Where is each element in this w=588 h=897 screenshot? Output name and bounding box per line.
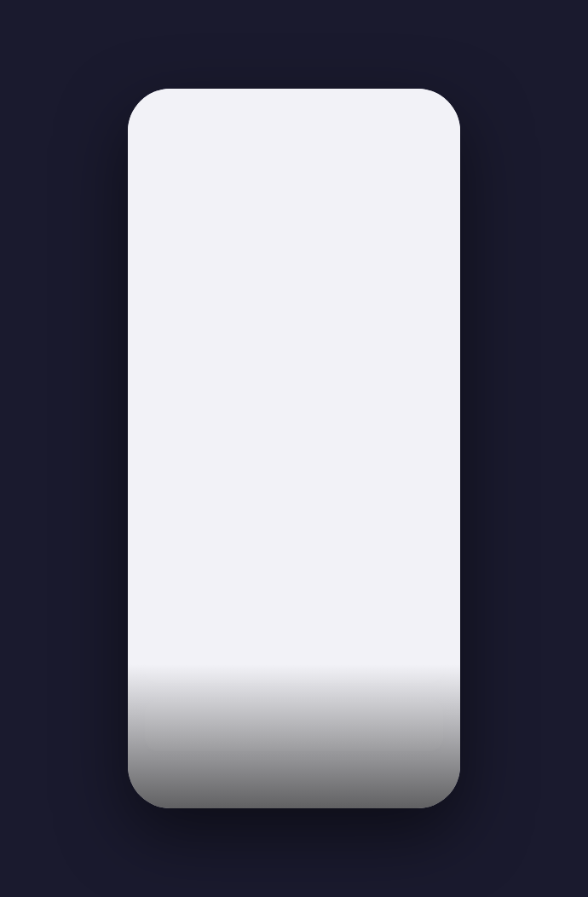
estimated-change: +8%	[387, 278, 409, 291]
news-date: Jul 7, 2022	[304, 653, 355, 665]
help-icon[interactable]: ?	[418, 240, 429, 254]
purchase-title: Use the right card	[235, 392, 359, 409]
purchase-section-title: Out making a purchase?	[145, 337, 383, 361]
news-image	[159, 565, 252, 651]
dot8	[428, 524, 432, 529]
dot7	[420, 524, 424, 529]
points-more-button[interactable]	[417, 189, 443, 200]
bookmark-icon[interactable]	[414, 646, 429, 669]
svg-point-8	[194, 425, 201, 432]
points-number: 401,852	[159, 256, 239, 282]
purchase-section: Out making a purchase?	[145, 337, 443, 487]
header-left: Hi, Marcus	[145, 114, 285, 159]
chevron-right-icon: ›	[421, 391, 426, 409]
points-section-title: Points net worth	[145, 182, 305, 206]
latest-more-button[interactable]	[417, 521, 443, 532]
latest-section: Latest	[145, 514, 443, 683]
purchase-description: See card suggestions for nearby places t…	[235, 416, 426, 470]
purchase-content: Use the right card › See card suggestion…	[235, 391, 426, 470]
news-content: How to plan a free stopover on your next…	[264, 565, 429, 669]
news-card[interactable]: How to plan a free stopover on your next…	[145, 552, 443, 683]
svg-rect-6	[170, 418, 181, 422]
svg-rect-24	[201, 599, 211, 605]
phone-frame: Hi, Marcus Points net worth	[128, 89, 460, 808]
svg-rect-19	[240, 578, 244, 583]
points-card-label: Points net worth	[159, 235, 274, 247]
latest-section-title: Latest	[145, 514, 205, 538]
purchase-section-header: Out making a purchase?	[145, 337, 443, 361]
bottom-hint-card	[145, 700, 443, 751]
notification-button[interactable]	[402, 116, 443, 157]
svg-rect-18	[235, 578, 239, 583]
svg-point-26	[187, 624, 195, 633]
points-cards-row: Points net worth 401,852 +12% Estimated …	[145, 220, 443, 310]
purchase-title-row: Use the right card ›	[235, 391, 426, 409]
header: Hi, Marcus	[145, 106, 443, 159]
notification-dot	[426, 123, 435, 131]
estimated-number: $6,678	[314, 268, 382, 294]
dot1	[420, 193, 424, 197]
svg-rect-23	[187, 599, 198, 605]
dot5	[428, 347, 432, 351]
svg-rect-15	[160, 591, 164, 596]
points-card[interactable]: Points net worth 401,852 +12%	[145, 220, 288, 310]
svg-point-27	[216, 624, 224, 633]
dot2	[428, 193, 432, 197]
svg-rect-5	[166, 408, 207, 414]
points-card-value: 401,852 +12%	[159, 256, 274, 282]
news-meta: NEWS Jul 7, 2022	[264, 646, 429, 669]
estimated-card-value: $6,678 +8%	[314, 268, 429, 294]
svg-rect-16	[165, 591, 169, 596]
avatar	[145, 114, 189, 159]
news-tag: NEWS	[264, 654, 294, 664]
dot3	[435, 193, 440, 197]
dot6	[435, 347, 440, 351]
estimated-card[interactable]: Estimated net worth value ? $6,678 +8%	[300, 220, 443, 310]
card-location-icon	[162, 391, 222, 451]
dot4	[420, 347, 424, 351]
latest-section-header: Latest	[145, 514, 443, 538]
purchase-card[interactable]: Use the right card › See card suggestion…	[145, 374, 443, 487]
news-title: How to plan a free stopover on your next…	[264, 565, 429, 622]
svg-rect-25	[215, 599, 223, 605]
points-section-header: Points net worth	[145, 182, 443, 206]
points-change: +12%	[244, 266, 273, 279]
news-tag-date: NEWS Jul 7, 2022	[264, 651, 355, 666]
svg-point-3	[160, 124, 174, 138]
card-icon-container	[162, 391, 222, 451]
purchase-more-button[interactable]	[417, 344, 443, 355]
greeting-text: Hi, Marcus	[199, 127, 285, 147]
estimated-card-label: Estimated net worth value ?	[314, 235, 429, 259]
dot9	[435, 524, 440, 529]
